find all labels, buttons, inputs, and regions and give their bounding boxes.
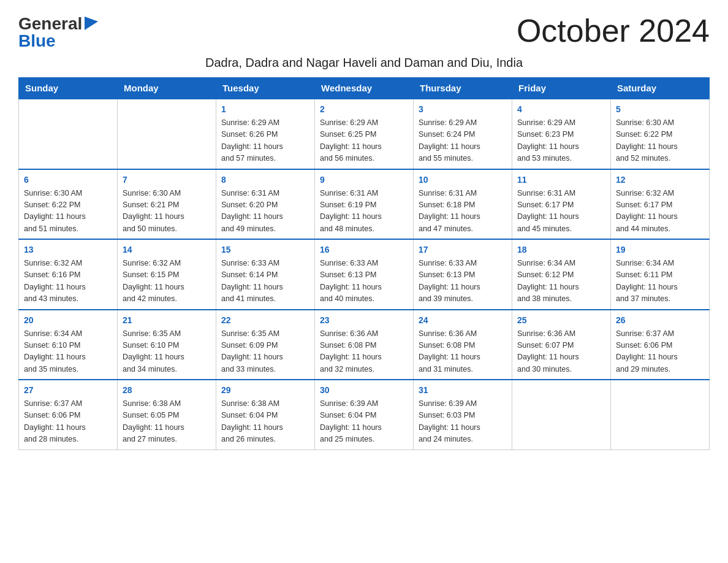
calendar-cell: 26Sunrise: 6:37 AMSunset: 6:06 PMDayligh… [611,310,710,380]
day-info: Sunrise: 6:31 AMSunset: 6:17 PMDaylight:… [517,188,605,236]
day-number: 16 [320,243,408,256]
calendar-cell: 23Sunrise: 6:36 AMSunset: 6:08 PMDayligh… [315,310,414,380]
calendar-week-row: 20Sunrise: 6:34 AMSunset: 6:10 PMDayligh… [19,310,710,380]
day-info: Sunrise: 6:32 AMSunset: 6:16 PMDaylight:… [24,258,112,305]
day-number: 28 [123,384,211,397]
day-number: 7 [123,174,211,186]
day-info: Sunrise: 6:37 AMSunset: 6:06 PMDaylight:… [24,398,112,446]
calendar-cell: 4Sunrise: 6:29 AMSunset: 6:23 PMDaylight… [512,99,611,169]
calendar-cell: 16Sunrise: 6:33 AMSunset: 6:13 PMDayligh… [315,239,414,310]
calendar-cell: 12Sunrise: 6:32 AMSunset: 6:17 PMDayligh… [611,169,710,240]
day-info: Sunrise: 6:29 AMSunset: 6:24 PMDaylight:… [419,117,507,165]
weekday-header-monday: Monday [118,78,216,99]
calendar-cell: 14Sunrise: 6:32 AMSunset: 6:15 PMDayligh… [118,239,216,310]
day-info: Sunrise: 6:36 AMSunset: 6:07 PMDaylight:… [517,328,605,376]
calendar-cell [512,380,611,450]
calendar-cell: 25Sunrise: 6:36 AMSunset: 6:07 PMDayligh… [512,310,611,380]
month-title: October 2024 [517,12,710,49]
day-info: Sunrise: 6:33 AMSunset: 6:13 PMDaylight:… [419,258,507,305]
weekday-header-tuesday: Tuesday [216,78,315,99]
weekday-header-thursday: Thursday [414,78,512,99]
day-info: Sunrise: 6:31 AMSunset: 6:20 PMDaylight:… [221,188,309,236]
day-info: Sunrise: 6:30 AMSunset: 6:21 PMDaylight:… [123,188,211,236]
day-info: Sunrise: 6:37 AMSunset: 6:06 PMDaylight:… [616,328,704,376]
day-number: 23 [320,314,408,327]
day-number: 27 [24,384,112,397]
day-info: Sunrise: 6:38 AMSunset: 6:04 PMDaylight:… [221,398,309,446]
day-number: 18 [517,243,605,256]
day-number: 13 [24,243,112,256]
day-number: 29 [221,384,309,397]
day-info: Sunrise: 6:35 AMSunset: 6:10 PMDaylight:… [123,328,211,376]
day-number: 21 [123,314,211,327]
logo: General Blue [18,15,98,50]
calendar-week-row: 27Sunrise: 6:37 AMSunset: 6:06 PMDayligh… [19,380,710,450]
day-number: 6 [24,174,112,186]
calendar-cell: 3Sunrise: 6:29 AMSunset: 6:24 PMDaylight… [414,99,512,169]
calendar-cell: 28Sunrise: 6:38 AMSunset: 6:05 PMDayligh… [118,380,216,450]
calendar-cell: 13Sunrise: 6:32 AMSunset: 6:16 PMDayligh… [19,239,118,310]
calendar: SundayMondayTuesdayWednesdayThursdayFrid… [18,77,710,450]
calendar-cell: 10Sunrise: 6:31 AMSunset: 6:18 PMDayligh… [414,169,512,240]
day-number: 2 [320,103,408,116]
calendar-cell: 8Sunrise: 6:31 AMSunset: 6:20 PMDaylight… [216,169,315,240]
day-number: 14 [123,243,211,256]
day-number: 5 [616,103,704,116]
calendar-week-row: 1Sunrise: 6:29 AMSunset: 6:26 PMDaylight… [19,99,710,169]
day-info: Sunrise: 6:39 AMSunset: 6:04 PMDaylight:… [320,398,408,446]
calendar-cell: 20Sunrise: 6:34 AMSunset: 6:10 PMDayligh… [19,310,118,380]
weekday-header-sunday: Sunday [19,78,118,99]
logo-blue-text: Blue [18,33,56,50]
calendar-cell: 31Sunrise: 6:39 AMSunset: 6:03 PMDayligh… [414,380,512,450]
day-info: Sunrise: 6:29 AMSunset: 6:25 PMDaylight:… [320,117,408,165]
calendar-cell: 19Sunrise: 6:34 AMSunset: 6:11 PMDayligh… [611,239,710,310]
calendar-cell: 5Sunrise: 6:30 AMSunset: 6:22 PMDaylight… [611,99,710,169]
day-info: Sunrise: 6:32 AMSunset: 6:15 PMDaylight:… [123,258,211,305]
calendar-cell: 7Sunrise: 6:30 AMSunset: 6:21 PMDaylight… [118,169,216,240]
day-info: Sunrise: 6:33 AMSunset: 6:14 PMDaylight:… [221,258,309,305]
calendar-cell: 18Sunrise: 6:34 AMSunset: 6:12 PMDayligh… [512,239,611,310]
calendar-cell: 24Sunrise: 6:36 AMSunset: 6:08 PMDayligh… [414,310,512,380]
day-info: Sunrise: 6:38 AMSunset: 6:05 PMDaylight:… [123,398,211,446]
day-number: 15 [221,243,309,256]
day-number: 30 [320,384,408,397]
day-number: 31 [419,384,507,397]
calendar-cell: 1Sunrise: 6:29 AMSunset: 6:26 PMDaylight… [216,99,315,169]
day-info: Sunrise: 6:39 AMSunset: 6:03 PMDaylight:… [419,398,507,446]
day-number: 3 [419,103,507,116]
calendar-cell [19,99,118,169]
calendar-cell: 15Sunrise: 6:33 AMSunset: 6:14 PMDayligh… [216,239,315,310]
day-number: 12 [616,174,704,186]
day-number: 10 [419,174,507,186]
calendar-week-row: 6Sunrise: 6:30 AMSunset: 6:22 PMDaylight… [19,169,710,240]
day-number: 26 [616,314,704,327]
calendar-cell: 30Sunrise: 6:39 AMSunset: 6:04 PMDayligh… [315,380,414,450]
day-info: Sunrise: 6:29 AMSunset: 6:23 PMDaylight:… [517,117,605,165]
day-number: 9 [320,174,408,186]
calendar-cell: 9Sunrise: 6:31 AMSunset: 6:19 PMDaylight… [315,169,414,240]
calendar-cell: 11Sunrise: 6:31 AMSunset: 6:17 PMDayligh… [512,169,611,240]
day-number: 17 [419,243,507,256]
calendar-cell: 22Sunrise: 6:35 AMSunset: 6:09 PMDayligh… [216,310,315,380]
calendar-cell [611,380,710,450]
day-number: 11 [517,174,605,186]
day-number: 20 [24,314,112,327]
day-info: Sunrise: 6:31 AMSunset: 6:18 PMDaylight:… [419,188,507,236]
weekday-header-saturday: Saturday [611,78,710,99]
day-info: Sunrise: 6:30 AMSunset: 6:22 PMDaylight:… [24,188,112,236]
day-info: Sunrise: 6:36 AMSunset: 6:08 PMDaylight:… [419,328,507,376]
day-info: Sunrise: 6:36 AMSunset: 6:08 PMDaylight:… [320,328,408,376]
day-info: Sunrise: 6:29 AMSunset: 6:26 PMDaylight:… [221,117,309,165]
calendar-week-row: 13Sunrise: 6:32 AMSunset: 6:16 PMDayligh… [19,239,710,310]
calendar-cell: 6Sunrise: 6:30 AMSunset: 6:22 PMDaylight… [19,169,118,240]
day-number: 8 [221,174,309,186]
day-number: 24 [419,314,507,327]
day-info: Sunrise: 6:34 AMSunset: 6:12 PMDaylight:… [517,258,605,305]
day-info: Sunrise: 6:31 AMSunset: 6:19 PMDaylight:… [320,188,408,236]
day-number: 25 [517,314,605,327]
header: General Blue October 2024 [18,12,710,50]
day-number: 4 [517,103,605,116]
calendar-cell: 2Sunrise: 6:29 AMSunset: 6:25 PMDaylight… [315,99,414,169]
calendar-cell: 21Sunrise: 6:35 AMSunset: 6:10 PMDayligh… [118,310,216,380]
calendar-cell: 29Sunrise: 6:38 AMSunset: 6:04 PMDayligh… [216,380,315,450]
